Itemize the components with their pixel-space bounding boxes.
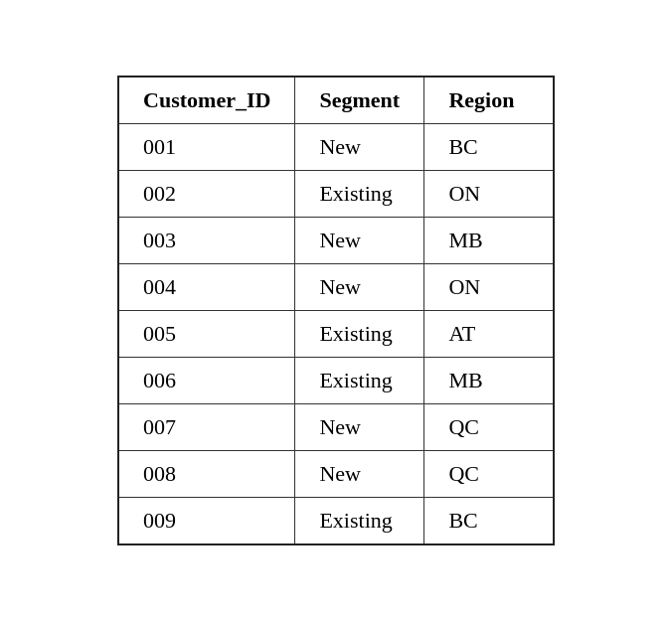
cell-segment: Existing bbox=[295, 498, 424, 545]
cell-segment: New bbox=[295, 404, 424, 451]
cell-region: ON bbox=[424, 264, 554, 311]
header-customer-id: Customer_ID bbox=[118, 77, 295, 124]
cell-customer-id: 006 bbox=[118, 358, 295, 404]
cell-segment: New bbox=[295, 124, 424, 171]
table-row: 002ExistingON bbox=[118, 171, 554, 218]
customer-table: Customer_ID Segment Region 001NewBC002Ex… bbox=[117, 76, 555, 545]
cell-region: BC bbox=[424, 498, 554, 545]
cell-customer-id: 001 bbox=[118, 124, 295, 171]
cell-region: QC bbox=[424, 451, 554, 498]
cell-customer-id: 009 bbox=[118, 498, 295, 545]
table-row: 005ExistingAT bbox=[118, 311, 554, 358]
table-row: 004NewON bbox=[118, 264, 554, 311]
cell-segment: Existing bbox=[295, 358, 424, 404]
header-region: Region bbox=[424, 77, 554, 124]
cell-customer-id: 002 bbox=[118, 171, 295, 218]
table-row: 006ExistingMB bbox=[118, 358, 554, 404]
table-row: 009ExistingBC bbox=[118, 498, 554, 545]
table-row: 001NewBC bbox=[118, 124, 554, 171]
cell-customer-id: 007 bbox=[118, 404, 295, 451]
table-row: 007NewQC bbox=[118, 404, 554, 451]
cell-customer-id: 004 bbox=[118, 264, 295, 311]
table-container: Customer_ID Segment Region 001NewBC002Ex… bbox=[117, 76, 555, 545]
table-header-row: Customer_ID Segment Region bbox=[118, 77, 554, 124]
cell-segment: Existing bbox=[295, 171, 424, 218]
cell-customer-id: 005 bbox=[118, 311, 295, 358]
cell-region: BC bbox=[424, 124, 554, 171]
table-row: 008NewQC bbox=[118, 451, 554, 498]
cell-region: AT bbox=[424, 311, 554, 358]
cell-customer-id: 003 bbox=[118, 218, 295, 264]
cell-region: MB bbox=[424, 218, 554, 264]
cell-segment: New bbox=[295, 218, 424, 264]
cell-segment: New bbox=[295, 264, 424, 311]
cell-customer-id: 008 bbox=[118, 451, 295, 498]
cell-region: ON bbox=[424, 171, 554, 218]
header-segment: Segment bbox=[295, 77, 424, 124]
cell-region: QC bbox=[424, 404, 554, 451]
cell-segment: New bbox=[295, 451, 424, 498]
table-row: 003NewMB bbox=[118, 218, 554, 264]
cell-segment: Existing bbox=[295, 311, 424, 358]
cell-region: MB bbox=[424, 358, 554, 404]
